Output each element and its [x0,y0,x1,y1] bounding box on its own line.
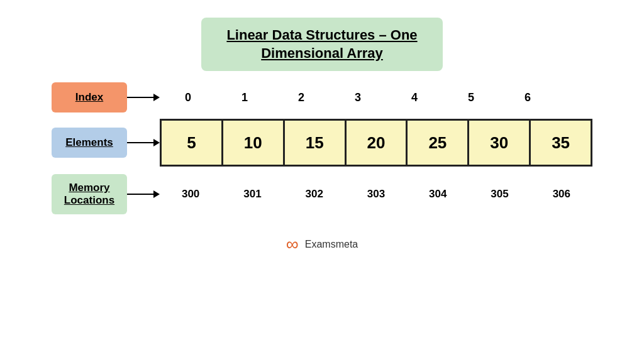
element-4: 25 [408,121,469,165]
memory-2: 302 [284,188,345,200]
index-4: 4 [386,91,443,104]
memory-1: 301 [221,188,283,200]
memory-5: 305 [469,188,530,200]
index-0: 0 [160,91,216,104]
arrow-line-2 [127,142,153,143]
brand-name: Examsmeta [305,239,358,250]
index-arrow [127,94,160,101]
index-label: Index [52,82,127,112]
arrow-line-3 [127,194,153,195]
element-0: 5 [162,121,223,165]
index-cells: 0 1 2 3 4 5 6 [160,91,592,104]
memory-6: 306 [531,188,592,200]
page-title: Linear Data Structures – One Dimensional… [226,26,417,62]
element-6: 35 [531,121,591,165]
index-3: 3 [330,91,386,104]
memory-arrow [127,190,160,198]
arrow-head-2 [153,139,160,146]
memory-row: MemoryLocations 300 301 302 303 304 305 … [52,174,592,214]
element-2: 15 [285,121,347,165]
element-1: 10 [223,121,285,165]
index-1: 1 [216,91,273,104]
elements-row: Elements 5 10 15 20 25 30 35 [52,119,592,167]
arrow-head-3 [153,190,160,198]
memory-3: 303 [345,188,407,200]
index-5: 5 [443,91,499,104]
memory-cells: 300 301 302 303 304 305 306 [160,188,592,200]
arrow-line [127,97,153,98]
arrow-head [153,94,160,101]
footer: ∞ Examsmeta [286,236,358,253]
index-6: 6 [499,91,556,104]
index-row: Index 0 1 2 3 4 5 6 [52,82,592,112]
element-5: 30 [469,121,531,165]
memory-4: 304 [407,188,469,200]
index-2: 2 [273,91,330,104]
elements-label: Elements [52,128,127,158]
element-3: 20 [347,121,408,165]
title-box: Linear Data Structures – One Dimensional… [201,18,442,71]
memory-0: 300 [160,188,221,200]
elements-arrow [127,139,160,146]
memory-label: MemoryLocations [52,174,127,214]
brand-logo-icon: ∞ [286,236,299,253]
main-content: Index 0 1 2 3 4 5 6 Elements 5 10 15 20 … [52,82,592,221]
elements-container: 5 10 15 20 25 30 35 [160,119,592,167]
